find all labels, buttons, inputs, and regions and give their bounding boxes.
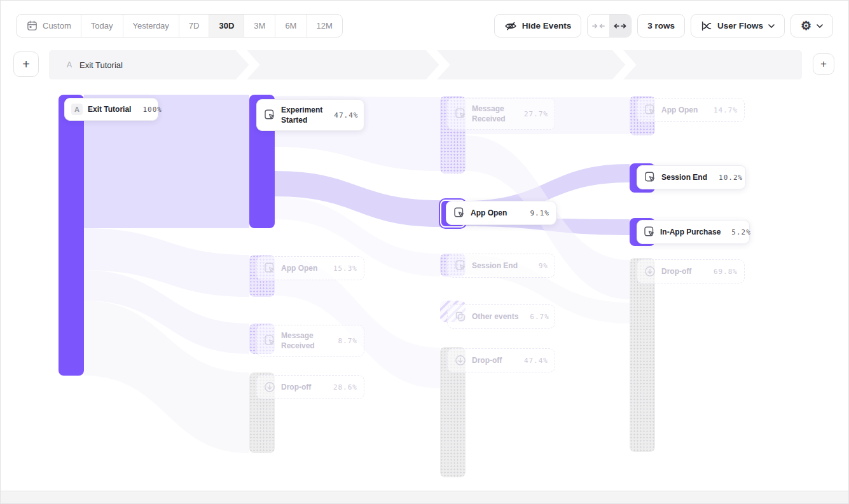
collapse-expand-control <box>587 14 632 37</box>
node-card-drop-off-c2[interactable]: Drop-off 28.6% <box>256 375 364 399</box>
node-card-message-received-c3[interactable]: Message Received 27.7% <box>447 98 555 130</box>
event-icon <box>453 207 466 219</box>
add-step-right-button[interactable]: + <box>813 53 834 75</box>
calendar-icon <box>26 20 38 32</box>
event-a-badge: A <box>71 104 83 115</box>
node-card-in-app-purchase-c4[interactable]: In-App Purchase 5.2% <box>637 220 750 244</box>
event-icon <box>454 107 467 120</box>
date-7d-button[interactable]: 7D <box>179 15 209 37</box>
hide-events-button[interactable]: Hide Events <box>494 14 581 37</box>
node-card-app-open-c4[interactable]: App Open 14.7% <box>637 98 745 122</box>
event-icon <box>644 104 656 116</box>
step-a-label[interactable]: A Exit Tutorial <box>64 50 123 79</box>
drop-off-icon <box>644 265 656 278</box>
node-card-experiment-started[interactable]: Experiment Started 47.4% <box>256 99 364 131</box>
node-card-app-open-c3[interactable]: App Open 9.1% <box>446 201 556 225</box>
event-icon <box>644 171 656 184</box>
node-card-session-end-c4[interactable]: Session End 10.2% <box>637 165 746 189</box>
node-card-message-received-c2[interactable]: Message Received 8.7% <box>256 325 364 357</box>
node-bar-exit-tutorial[interactable] <box>59 95 84 376</box>
node-card-session-end-c3[interactable]: Session End 9% <box>447 254 555 278</box>
node-card-drop-off-c3[interactable]: Drop-off 47.4% <box>447 348 555 372</box>
add-step-left-button[interactable]: + <box>13 51 39 77</box>
settings-button[interactable]: ⚙ <box>790 14 833 37</box>
node-card-drop-off-c4[interactable]: Drop-off 69.8% <box>637 259 745 283</box>
node-card-other-events-c3[interactable]: Other events 6.7% <box>447 304 555 329</box>
event-icon <box>263 262 276 275</box>
event-icon <box>263 109 276 121</box>
date-30d-button[interactable]: 30D <box>209 15 244 37</box>
eye-off-icon <box>504 20 517 32</box>
date-range-label: Custom <box>43 21 71 31</box>
date-3m-button[interactable]: 3M <box>244 15 275 37</box>
steps-band[interactable] <box>49 50 802 79</box>
step-badge: A <box>64 59 74 71</box>
rows-button[interactable]: 3 rows <box>637 14 685 37</box>
chevron-down-icon <box>768 24 775 28</box>
toolbar: Custom Today Yesterday 7D 30D 3M 6M 12M … <box>16 14 833 37</box>
node-card-app-open-c2[interactable]: App Open 15.3% <box>256 256 364 280</box>
chevron-down-icon <box>817 24 823 28</box>
toolbar-actions: Hide Events 3 rows <box>494 14 833 37</box>
footer-strip <box>1 491 848 503</box>
drop-off-icon <box>263 381 276 393</box>
step-name: Exit Tutorial <box>79 60 123 70</box>
date-custom-button[interactable]: Custom <box>17 15 81 37</box>
drop-off-icon <box>454 354 467 367</box>
expand-columns-button[interactable] <box>609 15 631 37</box>
date-12m-button[interactable]: 12M <box>306 15 342 37</box>
arrows-in-icon <box>592 22 605 30</box>
date-today-button[interactable]: Today <box>81 15 123 37</box>
date-yesterday-button[interactable]: Yesterday <box>123 15 179 37</box>
collapse-columns-button[interactable] <box>588 15 609 37</box>
layers-icon <box>454 310 467 323</box>
date-6m-button[interactable]: 6M <box>275 15 306 37</box>
node-card-exit-tutorial[interactable]: A Exit Tutorial 100% <box>64 98 158 121</box>
gear-icon: ⚙ <box>801 20 811 32</box>
user-flows-icon <box>701 20 712 32</box>
date-range-control: Custom Today Yesterday 7D 30D 3M 6M 12M <box>16 14 343 37</box>
node-bar-drop-off-c4[interactable] <box>630 258 655 452</box>
arrows-out-icon <box>614 22 626 30</box>
event-icon <box>263 334 276 347</box>
event-icon <box>454 259 467 272</box>
view-selector-button[interactable]: User Flows <box>691 14 785 37</box>
event-icon <box>643 226 656 238</box>
user-flows-page: Custom Today Yesterday 7D 30D 3M 6M 12M … <box>0 0 849 504</box>
